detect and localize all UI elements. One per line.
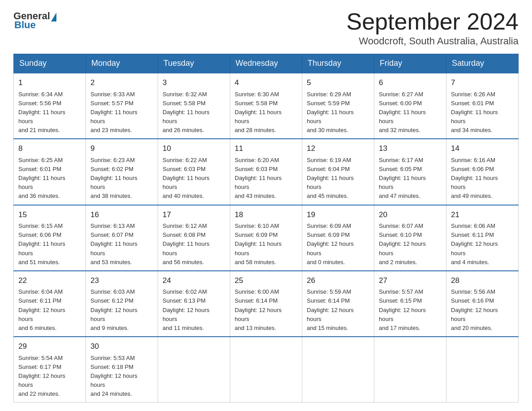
daylight-line: Daylight: 11 hours hours <box>163 109 210 124</box>
sunrise-line: Sunrise: 6:03 AM <box>90 288 135 295</box>
day-number: 30 <box>90 341 153 352</box>
daylight-line: Daylight: 12 hours hours <box>379 240 426 256</box>
day-info: Sunrise: 6:04 AMSunset: 6:11 PMDaylight:… <box>18 287 81 333</box>
daylight-line: Daylight: 12 hours hours <box>451 307 498 322</box>
calendar-cell: 6Sunrise: 6:27 AMSunset: 6:00 PMDaylight… <box>374 73 446 139</box>
daylight-line: Daylight: 11 hours hours <box>235 240 282 256</box>
title-area: September 2024 Woodcroft, South Australi… <box>347 9 519 47</box>
day-info: Sunrise: 5:57 AMSunset: 6:15 PMDaylight:… <box>379 287 442 333</box>
sunset-line: Sunset: 6:12 PM <box>90 297 133 304</box>
daylight-minutes-line: and 13 minutes. <box>235 325 276 331</box>
daylight-minutes-line: and 51 minutes. <box>18 259 60 265</box>
sunset-line: Sunset: 5:58 PM <box>163 100 206 107</box>
calendar-cell: 19Sunrise: 6:09 AMSunset: 6:09 PMDayligh… <box>302 205 374 271</box>
calendar-header-thursday: Thursday <box>302 54 374 73</box>
daylight-line: Daylight: 11 hours hours <box>307 109 354 124</box>
calendar-header-tuesday: Tuesday <box>158 54 230 73</box>
daylight-minutes-line: and 53 minutes. <box>90 259 132 265</box>
calendar-header-friday: Friday <box>374 54 446 73</box>
calendar-cell: 29Sunrise: 5:54 AMSunset: 6:17 PMDayligh… <box>14 337 86 402</box>
sunrise-line: Sunrise: 6:15 AM <box>18 223 63 229</box>
day-info: Sunrise: 6:13 AMSunset: 6:07 PMDaylight:… <box>90 222 153 267</box>
sunrise-line: Sunrise: 6:33 AM <box>90 91 135 98</box>
day-number: 14 <box>451 143 514 154</box>
daylight-minutes-line: and 26 minutes. <box>163 127 204 133</box>
sunrise-line: Sunrise: 5:56 AM <box>451 288 495 295</box>
daylight-line: Daylight: 11 hours hours <box>90 240 137 256</box>
day-info: Sunrise: 6:26 AMSunset: 6:01 PMDaylight:… <box>451 90 514 135</box>
calendar-cell: 3Sunrise: 6:32 AMSunset: 5:58 PMDaylight… <box>158 73 230 139</box>
daylight-line: Daylight: 11 hours hours <box>235 175 282 190</box>
day-info: Sunrise: 5:56 AMSunset: 6:16 PMDaylight:… <box>451 287 514 333</box>
daylight-line: Daylight: 12 hours hours <box>235 307 282 322</box>
calendar-cell: 9Sunrise: 6:23 AMSunset: 6:02 PMDaylight… <box>86 139 158 205</box>
day-number: 8 <box>18 143 81 154</box>
day-number: 25 <box>235 275 297 287</box>
day-info: Sunrise: 6:12 AMSunset: 6:08 PMDaylight:… <box>163 222 225 267</box>
sunset-line: Sunset: 6:01 PM <box>18 166 61 172</box>
day-number: 21 <box>451 209 514 221</box>
sunset-line: Sunset: 6:09 PM <box>307 231 350 238</box>
daylight-minutes-line: and 9 minutes. <box>90 325 129 331</box>
daylight-line: Daylight: 11 hours hours <box>379 109 426 124</box>
day-number: 26 <box>307 275 369 287</box>
sunset-line: Sunset: 6:15 PM <box>379 297 422 304</box>
calendar-header-monday: Monday <box>86 54 158 73</box>
location-subtitle: Woodcroft, South Australia, Australia <box>347 35 519 47</box>
day-info: Sunrise: 6:27 AMSunset: 6:00 PMDaylight:… <box>379 90 442 135</box>
day-number: 12 <box>307 143 369 154</box>
daylight-minutes-line: and 20 minutes. <box>451 325 493 331</box>
sunrise-line: Sunrise: 6:17 AM <box>379 157 423 163</box>
daylight-minutes-line: and 11 minutes. <box>163 325 204 331</box>
calendar-cell: 10Sunrise: 6:22 AMSunset: 6:03 PMDayligh… <box>158 139 230 205</box>
day-number: 1 <box>18 77 81 89</box>
calendar-cell: 13Sunrise: 6:17 AMSunset: 6:05 PMDayligh… <box>374 139 446 205</box>
day-number: 6 <box>379 77 442 89</box>
daylight-line: Daylight: 11 hours hours <box>379 175 426 190</box>
calendar-cell: 5Sunrise: 6:29 AMSunset: 5:59 PMDaylight… <box>302 73 374 139</box>
sunset-line: Sunset: 6:11 PM <box>18 297 61 304</box>
daylight-line: Daylight: 12 hours hours <box>90 307 137 322</box>
daylight-minutes-line: and 15 minutes. <box>307 325 348 331</box>
sunset-line: Sunset: 6:05 PM <box>379 166 422 172</box>
daylight-minutes-line: and 0 minutes. <box>307 259 345 265</box>
sunset-line: Sunset: 6:07 PM <box>90 231 133 238</box>
sunset-line: Sunset: 6:09 PM <box>235 231 278 238</box>
daylight-minutes-line: and 22 minutes. <box>18 390 60 397</box>
calendar-cell: 7Sunrise: 6:26 AMSunset: 6:01 PMDaylight… <box>446 73 519 139</box>
day-info: Sunrise: 6:17 AMSunset: 6:05 PMDaylight:… <box>379 156 442 201</box>
calendar-header-sunday: Sunday <box>14 54 86 73</box>
sunset-line: Sunset: 6:08 PM <box>163 231 206 238</box>
daylight-line: Daylight: 12 hours hours <box>379 307 426 322</box>
day-info: Sunrise: 6:32 AMSunset: 5:58 PMDaylight:… <box>163 90 225 135</box>
day-info: Sunrise: 6:25 AMSunset: 6:01 PMDaylight:… <box>18 156 81 201</box>
daylight-minutes-line: and 38 minutes. <box>90 193 132 199</box>
sunrise-line: Sunrise: 6:02 AM <box>163 288 207 295</box>
daylight-minutes-line: and 40 minutes. <box>163 193 204 199</box>
day-number: 7 <box>451 77 514 89</box>
day-number: 28 <box>451 275 514 287</box>
sunrise-line: Sunrise: 6:00 AM <box>235 288 279 295</box>
daylight-line: Daylight: 12 hours hours <box>307 307 354 322</box>
sunrise-line: Sunrise: 6:16 AM <box>451 157 495 163</box>
day-info: Sunrise: 6:07 AMSunset: 6:10 PMDaylight:… <box>379 222 442 267</box>
calendar-week-row-5: 29Sunrise: 5:54 AMSunset: 6:17 PMDayligh… <box>14 337 519 402</box>
calendar-cell: 4Sunrise: 6:30 AMSunset: 5:58 PMDaylight… <box>230 73 302 139</box>
daylight-minutes-line: and 21 minutes. <box>18 127 60 133</box>
daylight-line: Daylight: 12 hours hours <box>90 372 137 388</box>
day-number: 18 <box>235 209 297 221</box>
daylight-minutes-line: and 43 minutes. <box>235 193 276 199</box>
sunset-line: Sunset: 6:02 PM <box>90 166 133 172</box>
sunrise-line: Sunrise: 6:10 AM <box>235 223 279 229</box>
day-number: 9 <box>90 143 153 154</box>
sunrise-line: Sunrise: 6:29 AM <box>307 91 351 98</box>
day-number: 10 <box>163 143 225 154</box>
sunrise-line: Sunrise: 5:54 AM <box>18 355 63 361</box>
daylight-line: Daylight: 11 hours hours <box>18 240 65 256</box>
calendar-header-row: SundayMondayTuesdayWednesdayThursdayFrid… <box>14 54 519 73</box>
calendar-cell <box>230 337 302 402</box>
sunset-line: Sunset: 6:10 PM <box>379 231 422 238</box>
day-number: 24 <box>163 275 225 287</box>
sunrise-line: Sunrise: 6:13 AM <box>90 223 135 229</box>
daylight-minutes-line: and 2 minutes. <box>379 259 417 265</box>
